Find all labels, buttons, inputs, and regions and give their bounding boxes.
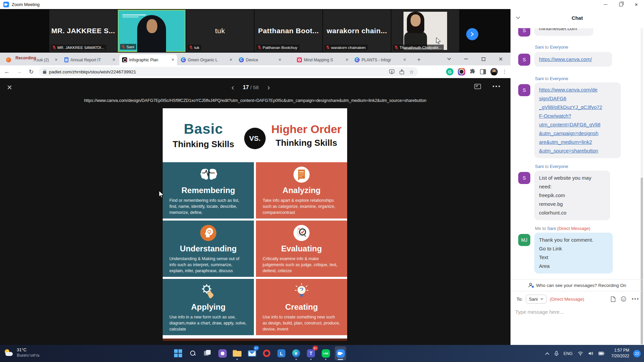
zoom-taskbar-button[interactable] [335,346,346,360]
viewer-more-kebab-icon[interactable]: ••• [492,83,501,89]
tab-mind-mapping[interactable]: Mind Mapping S ✕ [294,54,351,65]
task-view-button[interactable] [202,346,213,360]
attach-file-icon[interactable] [611,296,615,302]
new-tab-button[interactable]: + [415,55,423,64]
tab-annual-report[interactable]: Annual Report IT ✕ [62,54,118,65]
start-button[interactable] [172,346,184,360]
browser-menu-kebab-icon[interactable]: ⋮ [502,69,507,75]
system-tray: ENG [545,345,604,362]
purple-app-icon [218,349,227,358]
chat-message-link[interactable]: https://www.canva.com/ [534,52,612,67]
canva-share-url: https://www.canva.com/design/DAFG7Ep0I5c… [0,98,511,103]
input-language[interactable]: ENG [564,351,573,356]
chat-message-dm[interactable]: Thank you for comment. Go to Link Text A… [534,233,613,274]
side-panel-icon[interactable] [480,69,486,74]
tab-close-icon[interactable]: ✕ [112,58,115,62]
tray-mic-icon[interactable] [554,351,558,356]
tab-close-icon[interactable]: ✕ [55,58,58,62]
browser-close-button[interactable]: ✕ [494,53,508,65]
purple-app-button[interactable] [217,346,228,360]
tab-plants[interactable]: C PLANTS - Infogr ✕ [352,54,409,65]
taskbar: 31°C มีแดดบางส่วน 87 L e T9+ LINE ENG [0,345,644,362]
extensions-puzzle-icon[interactable] [470,69,476,75]
file-explorer-button[interactable] [231,346,243,360]
chat-panel: mindmeister.com S Chat Sani to Everyone … [511,9,644,345]
sender-target: Everyone [550,45,568,50]
chat-message[interactable]: List of website you may need: freepik.co… [534,171,610,220]
install-icon[interactable] [389,69,394,74]
line-button[interactable]: LINE [320,346,331,360]
chat-message-input[interactable] [515,309,640,315]
tab-close-icon[interactable]: ✕ [345,58,348,62]
close-button[interactable]: ✕ [629,0,644,9]
participant-tile-video[interactable]: Sani [118,10,185,52]
tab-close-icon[interactable]: ✕ [171,58,174,62]
forward-button[interactable]: → [14,67,24,77]
task-view-icon [204,350,211,357]
speaker-icon[interactable] [588,351,593,356]
edge-button[interactable]: e [290,346,302,360]
who-can-see-icon [528,283,534,288]
restore-button[interactable] [613,0,629,9]
sender-from: Sani [535,164,544,169]
slideshow-panel-icon[interactable] [474,84,481,89]
participant-name: Sani [126,45,134,49]
participant-tile-photo[interactable]: Thanathnuth Chatpakk... [391,10,459,52]
teams-button[interactable]: T9+ [305,346,317,360]
next-slide-button[interactable]: › [267,83,270,92]
tab-infographic-active[interactable]: Infographic Plan ✕ [119,54,177,65]
grammarly-icon[interactable]: G [446,68,453,75]
tab-close-icon[interactable]: ✕ [403,58,406,62]
red-ring-app-icon [263,350,270,357]
sender-dm-label: (Direct Message) [557,226,590,231]
back-button[interactable]: ← [2,67,12,77]
chat-message-link[interactable]: https://www.canva.com/de sign/DAFG6 _gVl… [534,82,621,158]
hidden-icons-chevron[interactable] [545,352,549,355]
prev-slide-button[interactable]: ‹ [231,83,234,92]
battery-icon[interactable] [598,352,604,355]
taskbar-weather[interactable]: 31°C มีแดดบางส่วน [4,347,40,358]
viewer-close-icon[interactable]: ✕ [7,83,12,92]
tab-search-chevron[interactable] [442,53,456,65]
weather-temp: 31°C [17,347,40,352]
cell-body: Critically examine info & make judgement… [256,253,347,274]
opera-button[interactable] [261,346,272,360]
bookmark-star-icon[interactable]: ☆ [409,69,414,75]
participant-tile[interactable]: Patthanan Boot... Patthanan Bootchuy [255,10,322,52]
camera-extension-icon[interactable] [458,68,465,75]
tab-device[interactable]: C Device ✕ [236,54,293,65]
participant-name: MR. JAKKREE SAWATDI... [57,46,104,50]
slide-caption-line [122,14,146,15]
browser-minimize-button[interactable] [459,53,473,65]
tab-green-organic[interactable]: C Green Organic L ✕ [178,54,235,65]
taskbar-clock[interactable]: 1:57 PM 7/20/2022 [611,348,629,359]
cell-body: Understanding & Making sense out of info… [163,253,254,274]
address-bar[interactable]: padlet.com/zhrnblqs/stou/wish/2246739921… [39,67,418,76]
next-participants-button[interactable] [466,28,478,40]
mail-button[interactable]: 87 [246,346,258,360]
wifi-icon[interactable] [578,351,583,356]
participant-tile[interactable]: tuk tuk [186,10,254,52]
chat-scrollbar-thumb[interactable] [641,178,643,344]
tab-favicon-recording [6,57,11,62]
notification-count-badge[interactable]: 22 [633,350,641,357]
recipient-select[interactable]: Sani [526,295,546,304]
reload-button[interactable]: ↻ [26,67,36,77]
taskbar-search-button[interactable] [187,346,199,360]
chat-more-kebab-icon[interactable]: ••• [632,296,639,302]
browser-maximize-button[interactable] [476,53,490,65]
participant-tile[interactable]: warakorn chain... warakorn chainaken [323,10,391,52]
participant-tile[interactable]: MR. JAKKREE S... MR. JAKKREE SAWATDI... [49,10,117,52]
browser-profile-avatar[interactable] [490,68,498,75]
lock-icon [43,70,46,74]
sender-target: Sani [547,226,556,231]
tab-close-icon[interactable]: ✕ [229,58,232,62]
video-strip: MR. JAKKREE S... MR. JAKKREE SAWATDI... … [0,9,511,53]
tab-close-icon[interactable]: ✕ [278,58,281,62]
minimize-button[interactable] [598,0,613,9]
share-icon[interactable] [399,69,405,74]
window-title: Zoom Meeting [12,2,40,7]
l-app-button[interactable]: L [276,346,287,360]
canva-favicon: C [355,57,360,62]
emoji-icon[interactable] [621,296,626,302]
